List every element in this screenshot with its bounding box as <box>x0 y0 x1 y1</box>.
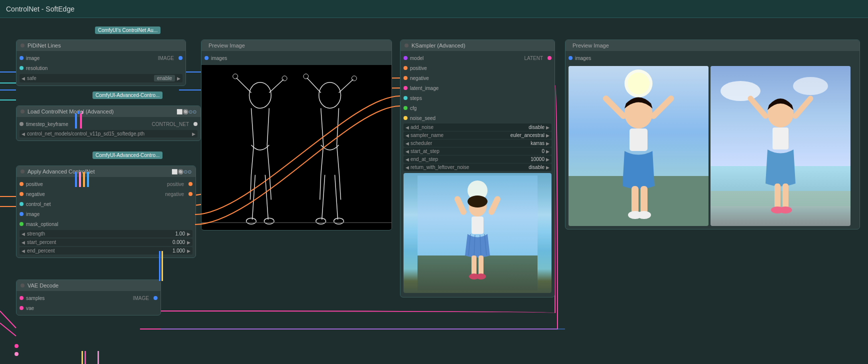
latent-image-label: latent_image <box>410 86 438 91</box>
latent-out-dot[interactable] <box>548 56 552 60</box>
control-net-in-label: control_net <box>26 202 50 207</box>
sched-left[interactable]: ◀ <box>406 141 409 146</box>
add-noise-left[interactable]: ◀ <box>406 125 409 130</box>
add-noise-value: disable <box>528 124 546 130</box>
positive-ks-dot[interactable] <box>404 66 408 70</box>
add-noise-right[interactable]: ▶ <box>546 125 550 130</box>
loadcontrolnet-icons: ⬜🔘⊙⊙ <box>176 109 196 114</box>
model-arrow-right[interactable]: ▶ <box>192 132 196 136</box>
images-1-dot[interactable] <box>204 56 208 60</box>
port-negative-in: negative negative <box>16 189 196 199</box>
svg-rect-63 <box>774 184 780 208</box>
start-pct-arrow-right[interactable]: ▶ <box>187 240 190 245</box>
vaedecode-node: VAE Decode samples IMAGE vae <box>16 280 161 316</box>
positive-in-label: positive <box>26 182 43 187</box>
negative-in-dot[interactable] <box>20 192 24 196</box>
start-percent-widget[interactable]: ◀ start_percent 0.000 ▶ <box>20 238 192 246</box>
cfg-dot[interactable] <box>404 106 408 110</box>
add-noise-label: add_noise <box>409 124 528 130</box>
end-pct-arrow-right[interactable]: ▶ <box>187 248 190 254</box>
negative-ks-dot[interactable] <box>404 76 408 80</box>
add-noise-widget[interactable]: ◀ add_noise disable ▶ <box>404 124 552 131</box>
port-noise-seed: noise_seed <box>400 113 554 123</box>
svg-point-45 <box>628 72 650 94</box>
end-step-label: end_at_step <box>409 156 530 162</box>
model-arrow-left[interactable]: ◀ <box>22 132 25 136</box>
end-pct-arrow-left[interactable]: ◀ <box>22 248 25 254</box>
end-step-value: 10000 <box>530 156 546 162</box>
strength-arrow-right[interactable]: ▶ <box>187 232 190 236</box>
safe-arrow-left[interactable]: ◀ <box>22 76 25 81</box>
sampler-left[interactable]: ◀ <box>406 133 409 138</box>
control-net-out-dot[interactable] <box>194 122 198 126</box>
return-noise-widget[interactable]: ◀ return_with_leftover_noise disable ▶ <box>404 164 552 171</box>
steps-dot[interactable] <box>404 96 408 100</box>
negative-out-dot[interactable] <box>188 192 192 196</box>
positive-in-dot[interactable] <box>20 182 24 186</box>
positive-ks-label: positive <box>410 66 427 71</box>
samples-label: samples <box>26 296 44 301</box>
image-out-dot[interactable] <box>178 56 182 60</box>
svg-point-30 <box>468 196 488 208</box>
image-port-dot[interactable] <box>20 56 24 60</box>
port-images-2: images <box>566 53 860 63</box>
control-net-in-dot[interactable] <box>20 202 24 206</box>
safe-widget[interactable]: ◀ safe enable ▶ <box>20 74 182 82</box>
canvas-area: ComfyUI's ControlNet Au... ComfyUI-Advan… <box>0 18 868 364</box>
scheduler-widget[interactable]: ◀ scheduler karras ▶ <box>404 140 552 147</box>
sampler-right[interactable]: ▶ <box>546 133 550 138</box>
return-noise-right[interactable]: ▶ <box>546 165 550 170</box>
noise-seed-label: noise_seed <box>410 116 436 121</box>
vae-dot[interactable] <box>20 306 24 310</box>
end-percent-widget[interactable]: ◀ end_percent 1.000 ▶ <box>20 247 192 254</box>
strength-value: 1.00 <box>176 231 185 236</box>
safe-arrow-right[interactable]: ▶ <box>177 76 180 81</box>
preview-photo-1 <box>568 66 708 226</box>
start-step-right[interactable]: ▶ <box>546 149 550 154</box>
port-negative-ks: negative <box>400 73 554 83</box>
svg-rect-83 <box>98 351 99 364</box>
images-1-label: images <box>211 56 227 61</box>
noise-seed-dot[interactable] <box>404 116 408 120</box>
start-step-label: start_at_step <box>409 148 542 154</box>
preview-1-title: Preview Image <box>208 42 245 48</box>
applyadvanced-body: positive positive negative negative cont… <box>16 177 196 258</box>
end-step-widget[interactable]: ◀ end_at_step 10000 ▶ <box>404 156 552 163</box>
model-dot[interactable] <box>404 56 408 60</box>
start-pct-arrow-left[interactable]: ◀ <box>22 240 25 245</box>
mask-dot[interactable] <box>20 222 24 226</box>
timestep-port-label: timestep_keyframe <box>26 122 68 127</box>
latent-image-dot[interactable] <box>404 86 408 90</box>
svg-point-85 <box>14 352 18 356</box>
model-selector-widget[interactable]: ◀ control_net_models/control_v11p_sd15_s… <box>20 130 198 138</box>
sampler-name-widget[interactable]: ◀ sampler_name euler_ancestral ▶ <box>404 132 552 139</box>
port-resolution: resolution <box>16 63 186 73</box>
sched-right[interactable]: ▶ <box>546 141 550 146</box>
loadcontrolnet-node: Load ControlNet Model (Advanced) ⬜🔘⊙⊙ ti… <box>16 106 201 141</box>
return-noise-left[interactable]: ◀ <box>406 165 409 170</box>
image-out-vae-value: IMAGE <box>133 296 149 301</box>
resolution-port-dot[interactable] <box>20 66 24 70</box>
image-out-vae-dot[interactable] <box>154 296 158 300</box>
timestep-port-dot[interactable] <box>20 122 24 126</box>
sampler-label: sampler_name <box>409 132 510 138</box>
strength-arrow-left[interactable]: ◀ <box>22 232 25 236</box>
image-apply-dot[interactable] <box>20 212 24 216</box>
svg-rect-64 <box>782 184 788 208</box>
start-step-widget[interactable]: ◀ start_at_step 0 ▶ <box>404 148 552 155</box>
positive-out-dot[interactable] <box>188 182 192 186</box>
end-step-right[interactable]: ▶ <box>546 157 550 162</box>
end-step-left[interactable]: ◀ <box>406 157 409 162</box>
title-bar: ControlNet - SoftEdge <box>0 0 868 18</box>
svg-point-41 <box>476 274 486 280</box>
port-image-in: image IMAGE <box>16 53 186 63</box>
samples-dot[interactable] <box>20 296 24 300</box>
start-step-left[interactable]: ◀ <box>406 149 409 154</box>
svg-rect-62 <box>772 128 788 150</box>
ksampler-node: KSampler (Advanced) model LATENT positiv… <box>400 40 555 298</box>
safe-enable-btn[interactable]: enable <box>154 75 175 82</box>
strength-widget[interactable]: ◀ strength 1.00 ▶ <box>20 230 192 238</box>
images-2-dot[interactable] <box>568 56 572 60</box>
negative-out-value: negative <box>165 192 184 197</box>
svg-line-4 <box>0 311 16 328</box>
